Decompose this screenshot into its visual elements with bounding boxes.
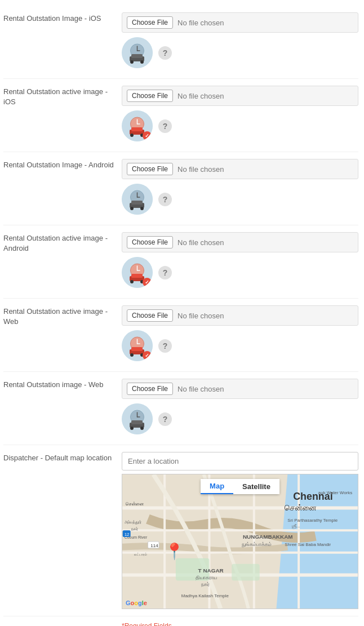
- svg-text:தியாகராய: தியாகராய: [196, 575, 217, 581]
- question-badge-6[interactable]: ?: [158, 412, 172, 426]
- label-rental-outstation-web: Rental Outstation image - Web: [3, 376, 122, 393]
- question-badge-3[interactable]: ?: [158, 193, 172, 206]
- field-rental-outstation-active-web: Rental Outstation active image - Web Cho…: [3, 299, 358, 372]
- map-tabs: Map Satellite: [201, 479, 279, 494]
- file-input-wrapper-4: Choose File No file chosen: [122, 232, 358, 252]
- no-file-text-6: No file chosen: [177, 385, 224, 393]
- image-preview-4: ?: [122, 257, 358, 288]
- file-input-wrapper-1: Choose File No file chosen: [122, 12, 358, 33]
- image-preview-6: ?: [122, 403, 358, 434]
- choose-file-btn-4[interactable]: Choose File: [127, 236, 173, 248]
- svg-rect-21: [131, 201, 143, 205]
- label-rental-outstation-active-web: Rental Outstation active image - Web: [3, 303, 122, 330]
- image-preview-5: ?: [122, 330, 358, 361]
- file-input-wrapper-2: Choose File No file chosen: [122, 86, 358, 106]
- svg-text:நுங்கம்பாக்கம்: நுங்கம்பாக்கம்: [242, 541, 272, 548]
- choose-file-btn-6[interactable]: Choose File: [127, 383, 173, 395]
- map-pin: 📍: [165, 542, 184, 561]
- field-rental-outstation-android: Rental Outstation Image - Android Choose…: [3, 152, 358, 225]
- map-container: Chennai சென்னை NUNGAMBAKKAM நுங்கம்பாக்க…: [122, 474, 358, 609]
- svg-point-7: [140, 60, 144, 64]
- question-badge-5[interactable]: ?: [158, 339, 172, 353]
- active-badge-4: [143, 278, 152, 287]
- no-file-text-5: No file chosen: [177, 312, 224, 320]
- content-rental-outstation-active-android: Choose File No file chosen: [122, 230, 358, 294]
- svg-text:நகர்: நகர்: [201, 581, 210, 588]
- svg-text:நகர்: நகர்: [131, 527, 138, 531]
- image-circle-5: [122, 330, 153, 361]
- content-dispatcher-location: Chennai சென்னை NUNGAMBAKKAM நுங்கம்பாக்க…: [122, 450, 358, 611]
- car-svg-6: [122, 403, 153, 434]
- svg-text:12: 12: [125, 532, 130, 537]
- label-rental-outstation-active-android: Rental Outstation active image - Android: [3, 230, 122, 257]
- svg-text:வட்டாரம்: வட்டாரம்: [134, 553, 147, 556]
- svg-text:அம்பத்தூர்: அம்பத்தூர்: [125, 520, 141, 525]
- svg-point-38: [130, 353, 134, 357]
- image-circle-1: [122, 37, 153, 68]
- google-logo: Google: [126, 600, 147, 606]
- choose-file-btn-5[interactable]: Choose File: [127, 309, 173, 322]
- content-rental-outstation-active-web: Choose File No file chosen: [122, 303, 358, 367]
- choose-file-btn-3[interactable]: Choose File: [127, 163, 173, 175]
- no-file-text-3: No file chosen: [177, 165, 224, 174]
- no-file-text-2: No file chosen: [177, 92, 224, 100]
- image-circle-6: [122, 403, 153, 434]
- svg-point-23: [140, 207, 144, 210]
- question-badge-4[interactable]: ?: [158, 266, 172, 279]
- svg-text:சென்னை: சென்னை: [126, 501, 144, 507]
- svg-point-47: [140, 427, 144, 430]
- location-input[interactable]: [122, 452, 358, 470]
- svg-rect-5: [131, 54, 143, 58]
- label-rental-outstation-android: Rental Outstation Image - Android: [3, 157, 122, 174]
- label-rental-outstation-ios: Rental Outstation Image - iOS: [3, 10, 122, 27]
- map-tab-satellite[interactable]: Satellite: [233, 479, 279, 494]
- svg-rect-37: [131, 347, 143, 351]
- choose-file-btn-1[interactable]: Choose File: [127, 16, 173, 29]
- map-tab-map[interactable]: Map: [201, 479, 233, 494]
- content-rental-outstation-web: Choose File No file chosen: [122, 376, 358, 440]
- svg-text:NUNGAMBAKKAM: NUNGAMBAKKAM: [243, 534, 293, 540]
- content-rental-outstation-ios: Choose File No file chosen: [122, 10, 358, 74]
- image-preview-2: ?: [122, 110, 358, 141]
- label-dispatcher-location: Dispatcher - Default map location: [3, 450, 122, 467]
- svg-point-14: [130, 134, 134, 137]
- svg-text:auk Water Works: auk Water Works: [318, 490, 352, 495]
- file-input-wrapper-3: Choose File No file chosen: [122, 159, 358, 179]
- car-svg-3: [122, 184, 153, 215]
- svg-point-22: [130, 207, 134, 210]
- image-circle-4: [122, 257, 153, 288]
- svg-text:சென்னை: சென்னை: [285, 503, 317, 512]
- file-input-wrapper-5: Choose File No file chosen: [122, 305, 358, 326]
- label-rental-outstation-active-ios: Rental Outstation active image - iOS: [3, 83, 122, 110]
- svg-rect-45: [131, 420, 143, 424]
- question-badge-2[interactable]: ?: [158, 119, 172, 133]
- svg-text:Shree Sai Baba Mandir: Shree Sai Baba Mandir: [285, 542, 331, 547]
- map-background-svg: Chennai சென்னை NUNGAMBAKKAM நுங்கம்பாக்க…: [122, 474, 358, 609]
- svg-text:Madhya Kailash Temple: Madhya Kailash Temple: [181, 593, 229, 598]
- no-file-text-4: No file chosen: [177, 238, 224, 247]
- svg-point-46: [130, 427, 134, 430]
- bottom-section: *Required Fields Update Reset: [3, 622, 358, 626]
- required-fields-text: *Required Fields: [122, 622, 358, 626]
- svg-text:Sri Parthasarathy Temple: Sri Parthasarathy Temple: [287, 518, 338, 523]
- field-rental-outstation-active-android: Rental Outstation active image - Android…: [3, 225, 358, 299]
- content-rental-outstation-android: Choose File No file chosen: [122, 157, 358, 220]
- question-badge-1[interactable]: ?: [158, 46, 172, 60]
- content-rental-outstation-active-ios: Choose File No file chosen: [122, 83, 358, 147]
- file-input-wrapper-6: Choose File No file chosen: [122, 379, 358, 399]
- no-file-text-1: No file chosen: [177, 19, 224, 27]
- svg-text:T NAGAR: T NAGAR: [198, 567, 224, 574]
- svg-point-30: [130, 280, 134, 283]
- svg-rect-59: [232, 564, 260, 581]
- image-preview-1: ?: [122, 37, 358, 68]
- image-circle-3: [122, 184, 153, 215]
- image-preview-3: ?: [122, 184, 358, 215]
- svg-text:ஶ்ரீ...: ஶ்ரீ...: [292, 523, 300, 529]
- svg-point-6: [130, 60, 134, 64]
- choose-file-btn-2[interactable]: Choose File: [127, 90, 173, 102]
- active-badge-2: [143, 131, 152, 140]
- svg-text:114: 114: [150, 543, 158, 548]
- field-rental-outstation-web: Rental Outstation image - Web Choose Fil…: [3, 372, 358, 445]
- field-dispatcher-location: Dispatcher - Default map location: [3, 445, 358, 616]
- svg-rect-13: [131, 127, 143, 131]
